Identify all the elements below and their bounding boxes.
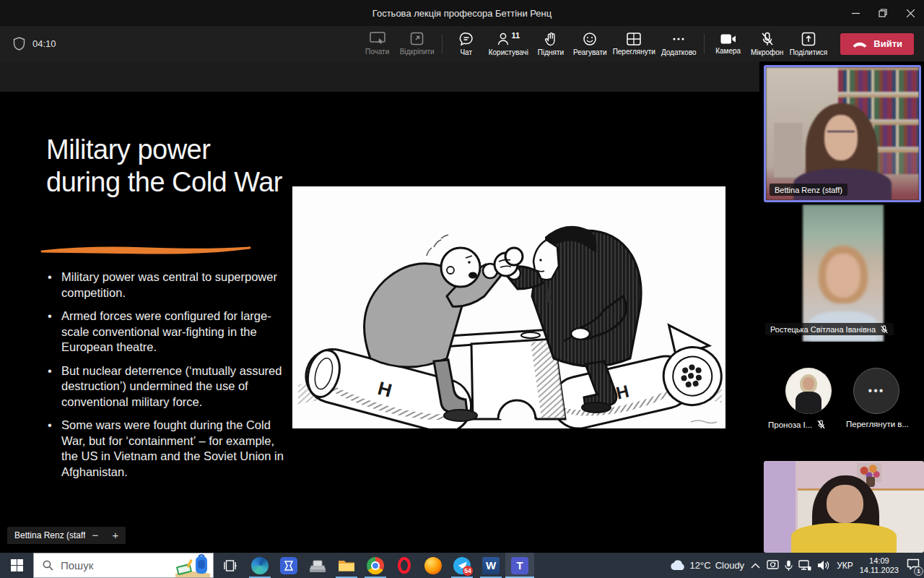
taskbar-app-edge[interactable] <box>245 553 274 578</box>
taskbar-search-box[interactable] <box>33 553 214 578</box>
participant-name-label: Ростецька Світлана Іванівна <box>765 323 894 335</box>
taskbar-app-chrome[interactable] <box>361 553 390 578</box>
taskbar-weather-widget[interactable]: 12°C Cloudy <box>670 560 745 571</box>
tray-expand-chevron[interactable] <box>751 563 760 569</box>
opera-icon <box>398 557 411 574</box>
khrushchev-kennedy-arm-wrestle-cartoon: H H <box>292 186 725 428</box>
weather-temp: 12°C <box>690 560 711 571</box>
date: 14.11.2023 <box>860 566 899 575</box>
system-tray <box>767 560 830 571</box>
tray-mic-icon[interactable] <box>785 560 793 571</box>
chat-icon <box>459 32 474 46</box>
microphone-button[interactable]: Мікрофон <box>748 27 787 61</box>
restore-icon <box>879 9 887 17</box>
taskbar-right-section: 12°C Cloudy УКР 14:09 14.11.2023 1 <box>670 553 924 578</box>
chat-button[interactable]: Чат <box>447 27 486 61</box>
participant-tile-rostetska[interactable]: Ростецька Світлана Іванівна <box>764 204 921 342</box>
more-options-button[interactable]: Додатково <box>658 27 699 61</box>
participant-name-label: Проноза І... <box>768 420 826 429</box>
restore-button[interactable] <box>869 0 897 26</box>
raised-hand-icon <box>544 32 557 46</box>
meeting-toolbar: 04:10 Почати Відкріпити Чат 11 <box>0 26 924 61</box>
ellipsis-icon: ••• <box>868 384 885 397</box>
telegram-icon: 54 <box>453 557 471 574</box>
firefox-icon <box>424 557 442 574</box>
shield-icon <box>13 37 25 51</box>
device-sync-icon[interactable] <box>767 560 779 571</box>
view-button[interactable]: Переглянути <box>610 27 658 61</box>
toolbar-disabled-group: Почати Відкріпити <box>358 27 437 61</box>
telegram-unread-badge: 54 <box>463 566 473 576</box>
toolbar-center-group: Чат 11 Користувачі Підняти Реагувати Пер… <box>447 27 699 61</box>
share-screen-icon <box>801 32 816 46</box>
slide-bullet: Armed forces were configured for large-s… <box>46 309 286 355</box>
chrome-icon <box>367 557 384 574</box>
taskbar-app-opera[interactable] <box>390 553 419 578</box>
camera-button[interactable]: Камера <box>709 27 748 61</box>
react-button[interactable]: Реагувати <box>570 27 610 61</box>
zoom-out-button[interactable]: − <box>85 527 105 544</box>
language-indicator[interactable]: УКР <box>837 561 853 571</box>
teams-meeting-window: Гостьова лекція професора Беттіни Ренц 0… <box>0 0 924 578</box>
minimize-button[interactable] <box>842 0 869 26</box>
taskbar-clock[interactable]: 14:09 14.11.2023 <box>860 556 899 575</box>
slide-title: Military power during the Cold War <box>46 134 292 199</box>
mic-muted-icon <box>760 32 775 46</box>
leave-meeting-button[interactable]: Вийти <box>840 33 914 55</box>
windows-logo-icon <box>11 559 23 571</box>
participants-button[interactable]: 11 Користувачі <box>486 27 531 61</box>
presenter-name-pill: Bettina Renz (staff) <box>7 527 96 544</box>
task-view-icon <box>223 560 237 571</box>
toolbar-separator <box>442 34 443 54</box>
network-icon[interactable] <box>798 560 811 571</box>
slide-bullet: Some wars were fought during the Cold Wa… <box>46 418 286 480</box>
search-icon <box>43 560 53 571</box>
meeting-title: Гостьова лекція професора Беттіни Ренц <box>0 8 924 19</box>
video-feed <box>764 461 924 553</box>
taskbar-app-telegram[interactable]: 54 <box>448 553 476 578</box>
hangup-icon <box>852 40 868 48</box>
word-icon: W <box>482 557 500 574</box>
taskbar-app-word[interactable]: W <box>476 553 505 578</box>
zoom-in-button[interactable]: + <box>105 527 126 544</box>
toolbar-device-group: Камера Мікрофон Поділитися <box>709 27 831 61</box>
present-screen-icon <box>370 32 385 46</box>
video-feed <box>766 67 919 200</box>
action-center-button[interactable]: 1 <box>907 558 920 573</box>
close-icon <box>907 9 915 17</box>
people-icon <box>497 32 510 46</box>
ellipsis-icon <box>671 32 686 46</box>
share-button[interactable]: Поділитися <box>787 27 831 61</box>
edge-icon <box>251 557 269 574</box>
slide-accent-underline <box>39 243 253 256</box>
slide-bullet-list: Military power was central to superpower… <box>46 269 286 488</box>
task-view-button[interactable] <box>214 553 245 578</box>
participant-avatar-pronoza[interactable] <box>785 368 832 414</box>
raise-hand-button[interactable]: Підняти <box>531 27 570 61</box>
minimize-icon <box>852 9 860 17</box>
participants-count-badge: 11 <box>511 31 520 40</box>
taskbar-app-firefox[interactable] <box>419 553 448 578</box>
view-more-participants-button[interactable]: ••• <box>853 368 899 414</box>
taskbar-app-scanner[interactable] <box>303 553 332 578</box>
volume-icon[interactable] <box>817 560 830 571</box>
search-input[interactable] <box>61 559 154 571</box>
close-button[interactable] <box>897 0 924 26</box>
taskbar-app-explorer[interactable] <box>332 553 361 578</box>
taskbar-app-blue[interactable] <box>274 553 303 578</box>
camera-on-icon <box>720 33 736 45</box>
slide-bullet: Military power was central to superpower… <box>46 269 286 301</box>
stage-zoom-controls: − + <box>85 527 126 544</box>
start-recording-button[interactable]: Почати <box>358 27 397 61</box>
participant-tile-bottom[interactable] <box>764 461 924 553</box>
slide-bullet: But nuclear deterrence (‘mutually assure… <box>46 363 286 410</box>
taskbar-app-teams[interactable]: T <box>505 553 534 578</box>
gallery-view-icon <box>627 33 641 46</box>
participant-tile-bettina[interactable]: Bettina Renz (staff) <box>764 65 921 202</box>
window-titlebar: Гостьова лекція професора Беттіни Ренц <box>0 0 924 26</box>
search-highlight-art <box>174 553 212 577</box>
start-button[interactable] <box>0 553 33 578</box>
meeting-timer: 04:10 <box>32 38 56 49</box>
unpin-button[interactable]: Відкріпити <box>397 27 437 61</box>
cloud-icon <box>670 560 686 571</box>
